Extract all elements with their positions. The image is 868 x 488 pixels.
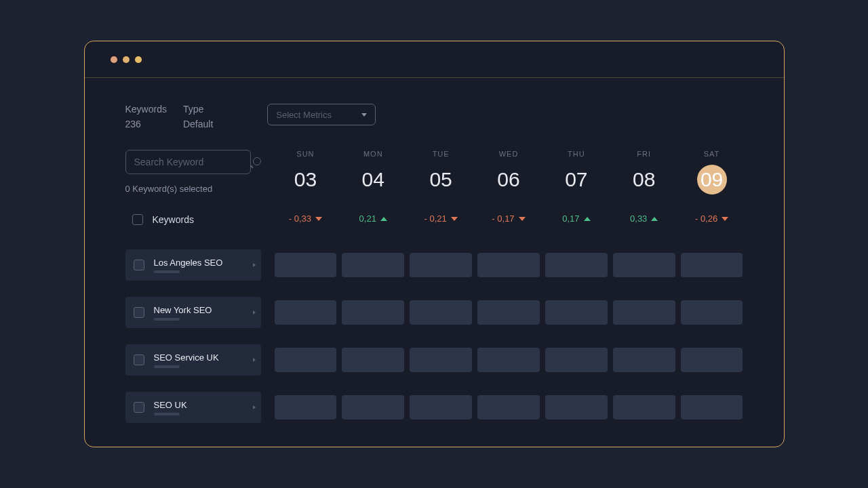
data-cell — [613, 253, 675, 277]
day-column[interactable]: SAT09- 0,26 — [681, 150, 743, 225]
row-checkbox[interactable] — [134, 260, 144, 270]
keyword-bar — [154, 365, 180, 368]
delta-value: - 0,33 — [289, 214, 311, 224]
triangle-up-icon — [584, 217, 591, 221]
select-metrics-dropdown[interactable]: Select Metrics — [267, 104, 376, 125]
data-cell — [342, 348, 404, 372]
keyword-text-wrap: New York SEO — [154, 305, 253, 321]
day-column[interactable]: THU070,17 — [545, 150, 608, 225]
day-name: WED — [499, 150, 519, 158]
topbar: Keywords 236 Type Default Select Metrics — [125, 104, 743, 129]
row-checkbox[interactable] — [134, 307, 144, 318]
data-cell — [410, 348, 472, 372]
keyword-text-wrap: SEO UK — [154, 400, 253, 415]
day-name: MON — [363, 150, 383, 158]
type-value: Default — [183, 119, 213, 129]
calendar-header-row: 0 Keyword(s) selected Keywords SUN03- 0,… — [125, 150, 743, 225]
triangle-down-icon — [519, 217, 526, 221]
type-label: Type — [183, 104, 213, 115]
day-name: SUN — [296, 150, 314, 158]
data-cell — [410, 300, 472, 325]
keyword-cell[interactable]: SEO Service UK — [125, 344, 261, 375]
table-row: SEO UK — [125, 392, 743, 423]
day-delta: - 0,21 — [425, 214, 458, 224]
chevron-down-icon — [361, 113, 367, 117]
keywords-info: Keywords 236 — [125, 104, 167, 129]
data-cell — [477, 300, 540, 325]
data-cell — [613, 300, 675, 325]
keywords-header-row: Keywords — [125, 214, 261, 225]
select-metrics-label: Select Metrics — [276, 110, 332, 120]
day-column[interactable]: SUN03- 0,33 — [275, 150, 337, 225]
window-titlebar — [85, 41, 784, 78]
delta-value: - 0,17 — [492, 214, 514, 224]
select-all-checkbox[interactable] — [132, 214, 143, 225]
day-number[interactable]: 05 — [426, 165, 456, 195]
data-cell — [545, 395, 608, 420]
row-checkbox[interactable] — [134, 402, 144, 413]
day-number[interactable]: 09 — [697, 165, 727, 195]
left-column: 0 Keyword(s) selected Keywords — [125, 150, 261, 225]
day-delta: - 0,26 — [695, 214, 728, 224]
row-checkbox[interactable] — [134, 354, 144, 365]
keywords-label: Keywords — [125, 104, 167, 115]
day-number[interactable]: 06 — [494, 165, 524, 195]
keyword-bar — [154, 270, 180, 273]
day-name: TUE — [433, 150, 450, 158]
data-cell — [545, 348, 608, 372]
data-cell — [681, 253, 743, 277]
search-input-wrapper[interactable] — [125, 150, 251, 174]
chevron-right-icon — [253, 310, 256, 314]
day-delta: - 0,17 — [492, 214, 525, 224]
data-cell — [275, 395, 337, 420]
minimize-icon[interactable] — [123, 56, 130, 63]
app-window: Keywords 236 Type Default Select Metrics… — [84, 41, 785, 447]
data-cell — [410, 395, 472, 420]
data-cell — [275, 348, 337, 372]
maximize-icon[interactable] — [135, 56, 142, 63]
keyword-text-wrap: SEO Service UK — [154, 352, 253, 368]
keyword-cell[interactable]: Los Angeles SEO — [125, 249, 261, 281]
keyword-cell[interactable]: SEO UK — [125, 392, 261, 423]
close-icon[interactable] — [111, 56, 117, 63]
day-number[interactable]: 07 — [561, 165, 591, 195]
day-number[interactable]: 08 — [629, 165, 659, 195]
keyword-label: SEO Service UK — [154, 352, 253, 363]
search-input[interactable] — [134, 157, 253, 167]
cells-row — [275, 253, 743, 277]
data-cell — [275, 300, 337, 325]
cells-row — [275, 395, 743, 420]
triangle-down-icon — [451, 217, 458, 221]
delta-value: 0,21 — [359, 214, 376, 224]
day-column[interactable]: MON040,21 — [342, 150, 404, 225]
data-cell — [681, 348, 743, 372]
table-row: Los Angeles SEO — [125, 249, 743, 281]
selected-count: 0 Keyword(s) selected — [125, 184, 261, 194]
day-column[interactable]: WED06- 0,17 — [477, 150, 540, 225]
data-cell — [275, 253, 337, 277]
delta-value: - 0,21 — [425, 214, 447, 224]
day-name: SAT — [704, 150, 720, 158]
keyword-cell[interactable]: New York SEO — [125, 297, 261, 328]
day-delta: - 0,33 — [289, 214, 322, 224]
triangle-up-icon — [380, 217, 387, 221]
day-column[interactable]: FRI080,33 — [613, 150, 675, 225]
table-row: SEO Service UK — [125, 344, 743, 375]
triangle-down-icon — [722, 217, 728, 221]
day-name: FRI — [637, 150, 651, 158]
data-cell — [477, 253, 540, 277]
chevron-right-icon — [253, 405, 256, 409]
day-number[interactable]: 03 — [290, 165, 320, 195]
day-number[interactable]: 04 — [358, 165, 388, 195]
data-cell — [681, 395, 743, 420]
cells-row — [275, 348, 743, 372]
delta-value: - 0,26 — [695, 214, 717, 224]
keywords-value: 236 — [125, 119, 167, 129]
data-cell — [410, 253, 472, 277]
delta-value: 0,33 — [630, 214, 647, 224]
day-delta: 0,33 — [630, 214, 658, 224]
triangle-down-icon — [315, 217, 322, 221]
keywords-header-label: Keywords — [153, 214, 194, 225]
keyword-bar — [154, 413, 180, 415]
day-column[interactable]: TUE05- 0,21 — [410, 150, 472, 225]
